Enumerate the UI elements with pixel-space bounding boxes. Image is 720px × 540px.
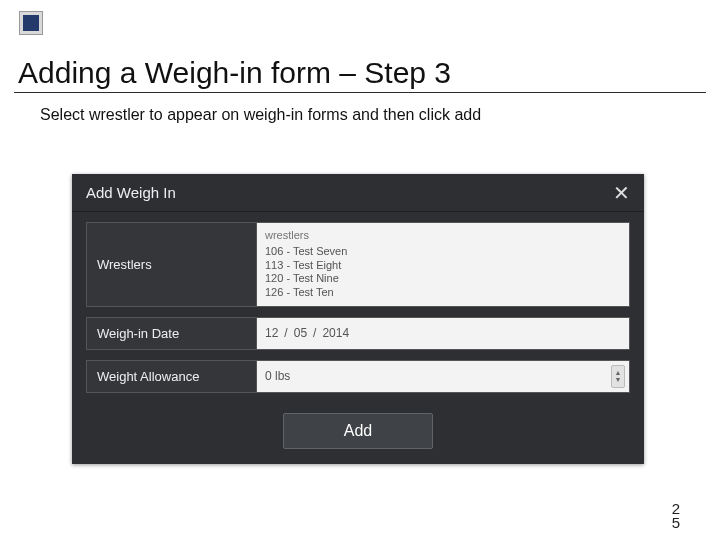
date-day[interactable]: 05 (294, 326, 307, 340)
slide-bullet-decoration (20, 12, 42, 34)
add-weigh-in-dialog: Add Weigh In ✕ Wrestlers wrestlers 106 -… (72, 174, 644, 464)
slide-subtitle: Select wrestler to appear on weigh-in fo… (40, 106, 481, 124)
wrestlers-listbox[interactable]: wrestlers 106 - Test Seven 113 - Test Ei… (257, 223, 629, 306)
weight-allowance-label: Weight Allowance (87, 361, 257, 392)
wrestlers-caption: wrestlers (265, 229, 621, 243)
close-icon[interactable]: ✕ (613, 181, 630, 205)
date-separator: / (313, 326, 316, 340)
page-number: 2 5 (672, 502, 680, 531)
date-year[interactable]: 2014 (322, 326, 349, 340)
date-month[interactable]: 12 (265, 326, 278, 340)
weigh-in-date-row: Weigh-in Date 12 / 05 / 2014 (86, 317, 630, 350)
wrestlers-row: Wrestlers wrestlers 106 - Test Seven 113… (86, 222, 630, 307)
wrestler-option[interactable]: 106 - Test Seven (265, 245, 621, 259)
dialog-title: Add Weigh In (86, 184, 176, 201)
add-button[interactable]: Add (283, 413, 433, 449)
wrestlers-label: Wrestlers (87, 223, 257, 306)
wrestler-option[interactable]: 120 - Test Nine (265, 272, 621, 286)
dialog-header: Add Weigh In ✕ (72, 174, 644, 212)
page-number-bottom: 5 (672, 516, 680, 530)
wrestler-option[interactable]: 113 - Test Eight (265, 259, 621, 273)
wrestler-option[interactable]: 126 - Test Ten (265, 286, 621, 300)
weigh-in-date-label: Weigh-in Date (87, 318, 257, 349)
weight-allowance-row: Weight Allowance 0 lbs (86, 360, 630, 393)
weight-allowance-value: 0 lbs (265, 369, 290, 383)
slide-title: Adding a Weigh-in form – Step 3 (18, 56, 451, 90)
weight-allowance-field[interactable]: 0 lbs (257, 361, 629, 392)
weigh-in-date-field[interactable]: 12 / 05 / 2014 (257, 318, 629, 349)
stepper-icon[interactable] (611, 365, 625, 388)
date-separator: / (284, 326, 287, 340)
title-underline (14, 92, 706, 93)
